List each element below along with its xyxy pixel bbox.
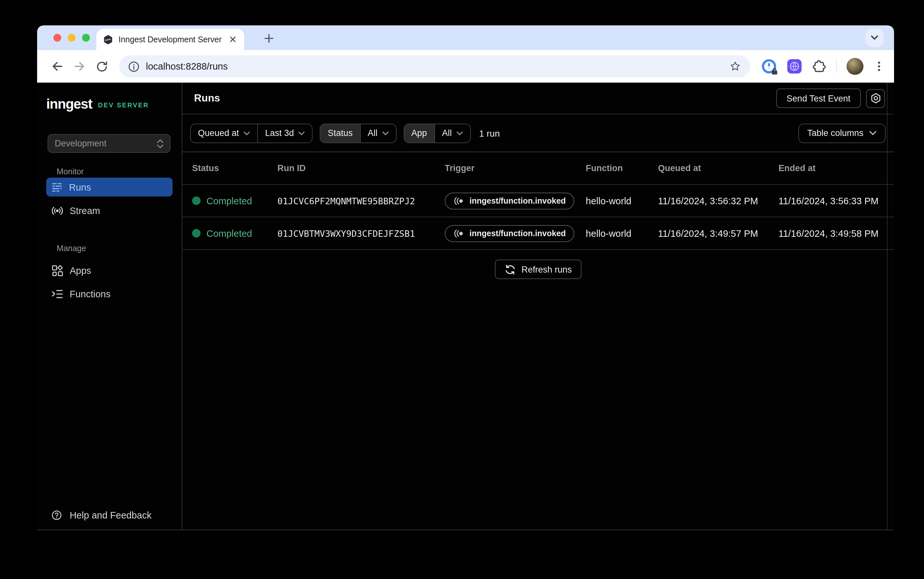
url-text[interactable]: localhost:8288/runs bbox=[146, 61, 723, 72]
extensions-puzzle-icon[interactable] bbox=[812, 59, 826, 74]
sidebar-item-runs[interactable]: Runs bbox=[46, 178, 172, 196]
tab-strip-collapse-button[interactable] bbox=[865, 29, 884, 47]
ended-at-time: 11/16/2024, 3:49:58 PM bbox=[778, 228, 894, 239]
password-manager-extension-icon[interactable] bbox=[761, 59, 777, 74]
column-header-trigger: Trigger bbox=[445, 163, 586, 173]
profile-avatar[interactable] bbox=[847, 58, 863, 75]
inngest-wordmark: inngest bbox=[46, 96, 92, 112]
status-completed-dot bbox=[192, 229, 200, 237]
sidebar-item-functions[interactable]: Functions bbox=[46, 284, 172, 303]
runs-page: Runs Send Test Event bbox=[182, 83, 894, 530]
lock-icon bbox=[771, 68, 778, 75]
app-filter-value: All bbox=[442, 128, 451, 138]
sidebar-item-label: Runs bbox=[69, 182, 91, 192]
toolbar-separator bbox=[836, 60, 837, 73]
site-info-icon[interactable] bbox=[128, 61, 140, 72]
run-id: 01JCVBTMV3WXY9D3CFDEJFZSB1 bbox=[277, 228, 445, 239]
trigger-name: inngest/function.invoked bbox=[469, 196, 566, 205]
help-icon bbox=[51, 510, 62, 520]
trigger-pill[interactable]: inngest/function.invoked bbox=[445, 192, 574, 209]
function-name: hello-world bbox=[586, 196, 658, 206]
extension-row bbox=[761, 58, 885, 75]
chevron-down-icon bbox=[869, 131, 876, 135]
settings-button[interactable] bbox=[866, 89, 885, 108]
sidebar-item-label: Apps bbox=[70, 265, 91, 275]
browser-extension-icon[interactable] bbox=[786, 59, 802, 74]
sidebar: inngest DEV SERVER Development Monitor bbox=[37, 83, 182, 530]
chevron-down-icon bbox=[382, 131, 389, 135]
sidebar-item-apps[interactable]: Apps bbox=[46, 261, 172, 280]
time-field-value: Queued at bbox=[198, 128, 239, 138]
table-row[interactable]: Completed 01JCVBTMV3WXY9D3CFDEJFZSB1 inn… bbox=[182, 217, 894, 250]
section-label-monitor: Monitor bbox=[37, 167, 182, 178]
status-cell: Completed bbox=[192, 196, 277, 206]
browser-tab[interactable]: Inngest Development Server bbox=[96, 29, 244, 50]
status-completed-dot bbox=[192, 196, 200, 205]
minimize-window-button[interactable] bbox=[68, 33, 75, 41]
back-button[interactable] bbox=[46, 55, 68, 77]
zoom-window-button[interactable] bbox=[82, 33, 90, 41]
new-tab-button[interactable] bbox=[261, 31, 277, 46]
bookmark-star-icon[interactable] bbox=[729, 61, 741, 72]
logo-row: inngest DEV SERVER bbox=[37, 97, 182, 111]
status-filter-label: Status bbox=[321, 124, 360, 142]
tab-strip: Inngest Development Server bbox=[37, 25, 894, 50]
chevron-down-icon bbox=[243, 131, 250, 135]
status-text: Completed bbox=[207, 196, 252, 206]
time-field-dropdown[interactable]: Queued at bbox=[191, 124, 257, 142]
refresh-runs-button[interactable]: Refresh runs bbox=[495, 260, 582, 279]
table-columns-button[interactable]: Table columns bbox=[798, 123, 886, 143]
close-window-button[interactable] bbox=[53, 33, 61, 41]
status-text: Completed bbox=[207, 228, 252, 239]
runs-icon bbox=[51, 182, 62, 193]
sidebar-item-label: Functions bbox=[70, 288, 111, 299]
stream-icon bbox=[51, 204, 63, 216]
address-bar[interactable]: localhost:8288/runs bbox=[119, 55, 750, 77]
event-broadcast-icon bbox=[453, 196, 464, 205]
status-filter-group: Status All bbox=[320, 123, 397, 143]
tab-close-icon[interactable] bbox=[227, 34, 238, 44]
status-filter-dropdown[interactable]: All bbox=[360, 124, 396, 142]
chevron-down-icon bbox=[456, 131, 463, 135]
reload-button[interactable] bbox=[90, 55, 113, 77]
screen: Inngest Development Server bbox=[0, 0, 924, 579]
chevron-down-icon bbox=[871, 35, 878, 40]
apps-icon bbox=[51, 265, 63, 276]
trigger-name: inngest/function.invoked bbox=[469, 229, 566, 238]
sidebar-item-stream[interactable]: Stream bbox=[46, 201, 172, 220]
chevron-down-icon bbox=[299, 131, 305, 135]
filter-bar: Queued at Last 3d Status All bbox=[182, 114, 894, 152]
refresh-runs-label: Refresh runs bbox=[522, 265, 572, 274]
column-header-ended-at: Ended at bbox=[778, 163, 894, 173]
inngest-app: inngest DEV SERVER Development Monitor bbox=[37, 83, 894, 530]
browser-menu-kebab-icon[interactable] bbox=[873, 61, 885, 72]
column-header-queued-at: Queued at bbox=[658, 163, 778, 173]
run-id: 01JCVC6PF2MQNMTWE95BBRZPJ2 bbox=[277, 196, 445, 206]
table-row[interactable]: Completed 01JCVC6PF2MQNMTWE95BBRZPJ2 inn… bbox=[182, 185, 894, 217]
time-filter-group: Queued at Last 3d bbox=[190, 123, 313, 143]
refresh-icon bbox=[505, 264, 516, 275]
ended-at-time: 11/16/2024, 3:56:33 PM bbox=[778, 196, 894, 206]
trigger-pill[interactable]: inngest/function.invoked bbox=[445, 225, 574, 242]
page-header: Runs Send Test Event bbox=[182, 83, 894, 114]
section-label-manage: Manage bbox=[37, 244, 182, 254]
app-filter-label: App bbox=[404, 124, 434, 142]
status-cell: Completed bbox=[192, 228, 277, 239]
inngest-favicon-icon bbox=[103, 34, 113, 44]
app-filter-group: App All bbox=[404, 123, 471, 143]
column-header-status: Status bbox=[192, 163, 277, 173]
time-range-value: Last 3d bbox=[265, 128, 294, 138]
time-range-dropdown[interactable]: Last 3d bbox=[257, 124, 312, 142]
tab-title: Inngest Development Server bbox=[118, 35, 222, 44]
app-filter-dropdown[interactable]: All bbox=[434, 124, 470, 142]
function-name: hello-world bbox=[586, 228, 658, 239]
gear-icon bbox=[870, 92, 881, 104]
help-and-feedback[interactable]: Help and Feedback bbox=[37, 510, 182, 520]
browser-toolbar: localhost:8288/runs bbox=[37, 50, 894, 83]
environment-selector[interactable]: Development bbox=[48, 134, 171, 153]
trigger-cell: inngest/function.invoked bbox=[445, 192, 586, 209]
column-header-function: Function bbox=[586, 163, 658, 173]
forward-button[interactable] bbox=[68, 55, 90, 77]
queued-at-time: 11/16/2024, 3:49:57 PM bbox=[658, 228, 778, 239]
send-test-event-button[interactable]: Send Test Event bbox=[776, 88, 861, 108]
